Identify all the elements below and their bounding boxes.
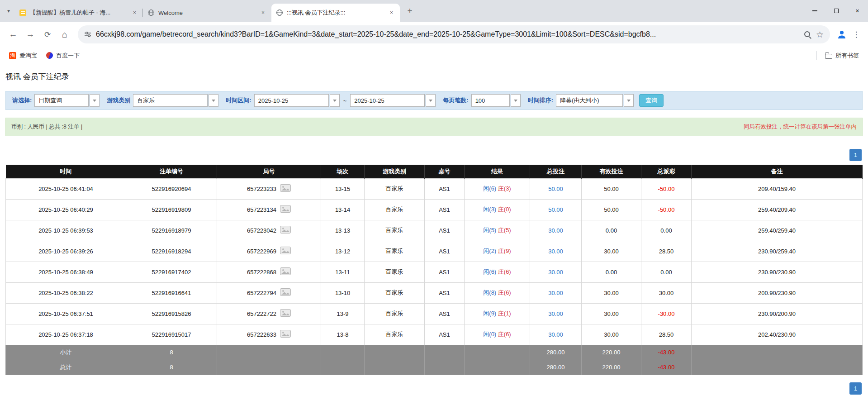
query-type-label: 请选择: xyxy=(12,96,32,105)
forward-button[interactable]: → xyxy=(22,26,39,43)
round-number: 657222722 xyxy=(247,310,276,317)
cell-round-id: 657222969 xyxy=(217,241,321,262)
bookmarks-bar: 淘爱淘宝百度一下 所有书签 xyxy=(0,47,868,64)
round-result-image-icon[interactable] xyxy=(280,226,291,235)
result-banker: 庄(3) xyxy=(498,185,511,192)
total-bet-link[interactable]: 30.00 xyxy=(548,290,563,296)
browser-tab[interactable]: 【新提醒】杨雪儿的帖子 - 海...× xyxy=(14,4,143,22)
chevron-down-icon[interactable] xyxy=(90,94,100,107)
total-bet-link[interactable]: 30.00 xyxy=(548,227,563,234)
footer-empty-cell xyxy=(692,345,863,360)
site-info-icon[interactable] xyxy=(84,31,91,38)
round-result-image-icon[interactable] xyxy=(280,267,291,276)
page-number-button[interactable]: 1 xyxy=(849,382,862,395)
cell-total-bet: 50.00 xyxy=(530,178,582,199)
bookmark-item[interactable]: 淘爱淘宝 xyxy=(5,50,41,62)
chevron-down-icon[interactable] xyxy=(511,94,521,107)
bet-records-table: 时间注单编号局号场次游戏类别桌号结果总投注有效投注总派彩备注 2025-10-2… xyxy=(5,165,863,375)
total-bet-link[interactable]: 30.00 xyxy=(548,331,563,338)
cell-session: 13-9 xyxy=(321,303,365,324)
cell-note: 259.40/259.40 xyxy=(692,220,863,241)
page-size-value: 100 xyxy=(471,94,510,107)
date-end-picker[interactable]: 2025-10-25 xyxy=(350,94,436,107)
round-number: 657222794 xyxy=(247,290,276,296)
tab-close-icon[interactable]: × xyxy=(259,9,267,17)
globe-icon xyxy=(147,9,155,16)
date-start-picker[interactable]: 2025-10-25 xyxy=(254,94,340,107)
round-result-image-icon[interactable] xyxy=(280,288,291,297)
total-bet-link[interactable]: 50.00 xyxy=(548,206,563,213)
chevron-down-icon[interactable] xyxy=(624,94,634,107)
cell-round-id: 657223134 xyxy=(217,199,321,220)
profile-avatar-icon[interactable] xyxy=(835,27,849,42)
query-type-select[interactable]: 日期查询 xyxy=(34,94,100,107)
cell-total-bet: 30.00 xyxy=(530,220,582,241)
cell-note: 230.90/200.90 xyxy=(692,303,863,324)
round-result-image-icon[interactable] xyxy=(280,205,291,214)
url-text[interactable]: 66cxkj98.com/game/betrecord_search/kind3… xyxy=(96,30,799,38)
result-player: 闲(8) xyxy=(483,289,496,296)
address-bar[interactable]: 66cxkj98.com/game/betrecord_search/kind3… xyxy=(78,25,830,43)
close-window-button[interactable]: × xyxy=(847,0,868,22)
date-range-tilde: ~ xyxy=(343,97,347,104)
footer-empty-cell xyxy=(365,360,425,375)
cell-note: 230.90/259.40 xyxy=(692,241,863,262)
page-number-button[interactable]: 1 xyxy=(849,149,862,161)
minimize-button[interactable] xyxy=(804,0,825,22)
tab-close-icon[interactable]: × xyxy=(388,9,395,17)
cell-table-no: AS1 xyxy=(425,199,465,220)
all-bookmarks-button[interactable]: 所有书签 xyxy=(821,50,863,62)
cell-note: 209.40/159.40 xyxy=(692,178,863,199)
cell-result: 闲(6) 庄(3) xyxy=(465,178,530,199)
total-bet-link[interactable]: 30.00 xyxy=(548,310,563,317)
back-button[interactable]: ← xyxy=(5,26,22,43)
round-result-image-icon[interactable] xyxy=(280,247,291,256)
total-bet-link[interactable]: 30.00 xyxy=(548,269,563,276)
filter-bar: 请选择: 日期查询 游戏类别 百家乐 时间区间: 2025-10-25 ~ 20… xyxy=(5,91,863,110)
sort-order-value: 降幕(由大到小) xyxy=(556,94,623,107)
total-bet-link[interactable]: 50.00 xyxy=(548,186,563,192)
cell-session: 13-12 xyxy=(321,241,365,262)
pagination-bottom: 1 xyxy=(6,382,862,395)
home-button[interactable]: ⌂ xyxy=(56,26,73,43)
round-number: 657223042 xyxy=(247,227,276,234)
chevron-down-icon[interactable] xyxy=(209,94,218,107)
round-result-image-icon[interactable] xyxy=(280,309,291,318)
result-player: 闲(6) xyxy=(483,185,496,192)
total-bet-link[interactable]: 30.00 xyxy=(548,248,563,255)
table-row: 2025-10-25 06:41:04522916920694657223233… xyxy=(6,178,863,199)
cell-round-id: 657222633 xyxy=(217,324,321,345)
footer-empty-cell xyxy=(425,345,465,360)
game-type-select[interactable]: 百家乐 xyxy=(133,94,218,107)
page-size-select[interactable]: 100 xyxy=(471,94,521,107)
round-result-image-icon[interactable] xyxy=(280,184,291,193)
sort-order-select[interactable]: 降幕(由大到小) xyxy=(556,94,634,107)
cell-bet-id: 522916917402 xyxy=(126,262,217,282)
bookmark-star-icon[interactable]: ☆ xyxy=(816,29,824,40)
browser-tab[interactable]: :::视讯 会员下注纪录:::× xyxy=(271,4,400,22)
tab-list-chevron-icon[interactable]: ▾ xyxy=(3,5,14,17)
window-controls: × xyxy=(804,0,868,22)
zoom-icon[interactable] xyxy=(804,31,811,38)
cell-table-no: AS1 xyxy=(425,282,465,303)
search-button[interactable]: 查询 xyxy=(639,94,664,107)
cell-result: 闲(0) 庄(6) xyxy=(465,324,530,345)
table-row: 2025-10-25 06:38:49522916917402657222868… xyxy=(6,262,863,282)
footer-empty-cell xyxy=(465,345,530,360)
bookmark-item[interactable]: 百度一下 xyxy=(43,50,83,62)
round-result-image-icon[interactable] xyxy=(280,330,291,339)
cell-valid-bet: 30.00 xyxy=(582,282,641,303)
new-tab-button[interactable]: + xyxy=(403,5,416,17)
result-banker: 庄(0) xyxy=(498,206,511,213)
browser-tab[interactable]: Welcome× xyxy=(143,4,271,22)
browser-menu-icon[interactable]: ⋮ xyxy=(849,27,863,42)
footer-valid-bet: 220.00 xyxy=(582,360,641,375)
tab-close-icon[interactable]: × xyxy=(131,9,138,17)
reload-button[interactable]: ⟳ xyxy=(39,26,56,43)
chevron-down-icon[interactable] xyxy=(330,94,340,107)
chevron-down-icon[interactable] xyxy=(426,94,436,107)
maximize-button[interactable] xyxy=(825,0,847,22)
cell-bet-id: 522916919809 xyxy=(126,199,217,220)
date-start-value: 2025-10-25 xyxy=(254,94,329,107)
cell-result: 闲(5) 庄(5) xyxy=(465,220,530,241)
